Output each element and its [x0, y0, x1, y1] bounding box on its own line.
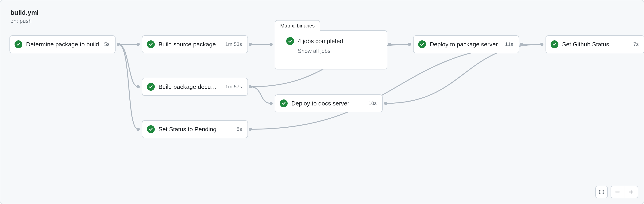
port-in — [136, 85, 140, 88]
success-check-icon — [286, 37, 294, 45]
job-duration: 11s — [505, 41, 513, 47]
minus-icon — [614, 189, 621, 195]
port-out — [249, 128, 252, 131]
job-label: Set Status to Pending — [158, 126, 232, 133]
job-set-pending[interactable]: Set Status to Pending 8s — [142, 120, 248, 138]
job-label: Build package docume... — [158, 83, 221, 90]
workflow-header: build.yml on: push — [10, 9, 39, 24]
matrix-show-all-link[interactable]: Show all jobs — [275, 47, 387, 61]
port-out — [384, 102, 387, 105]
job-duration: 8s — [237, 126, 242, 132]
success-check-icon — [147, 40, 155, 48]
job-deploy-docs[interactable]: Deploy to docs server 10s — [275, 94, 383, 112]
zoom-controls — [610, 186, 638, 198]
port-in — [270, 43, 273, 46]
success-check-icon — [550, 40, 558, 48]
job-duration: 1m 57s — [225, 84, 242, 90]
job-set-github-status[interactable]: Set Github Status 7s — [546, 35, 644, 53]
success-check-icon — [14, 40, 22, 48]
job-deploy-pkg-server[interactable]: Deploy to package server 11s — [413, 35, 519, 53]
port-in — [408, 43, 411, 46]
fullscreen-icon — [598, 189, 605, 195]
job-duration: 5s — [104, 41, 110, 47]
workflow-graph-canvas: build.yml on: push Deter — [0, 0, 644, 204]
port-out — [520, 43, 523, 46]
job-build-docs[interactable]: Build package docume... 1m 57s — [142, 78, 248, 96]
port-in — [136, 43, 140, 46]
job-label: Set Github Status — [562, 41, 629, 48]
job-matrix-binaries[interactable]: Matrix: binaries 4 jobs completed Show a… — [275, 30, 387, 70]
port-in — [540, 43, 544, 46]
matrix-tab-label: Matrix: binaries — [275, 20, 320, 32]
job-label: Build source package — [158, 41, 221, 48]
port-out — [249, 85, 252, 88]
zoom-in-button[interactable] — [624, 186, 638, 198]
success-check-icon — [418, 40, 426, 48]
port-out — [388, 43, 391, 46]
job-duration: 10s — [368, 100, 377, 106]
job-label: Determine package to build — [26, 41, 100, 48]
plus-icon — [628, 189, 634, 195]
job-label: Deploy to docs server — [291, 100, 364, 107]
workflow-title: build.yml — [10, 9, 39, 16]
success-check-icon — [280, 100, 288, 107]
port-in — [136, 128, 140, 131]
port-in — [270, 102, 273, 105]
port-out — [117, 43, 120, 46]
job-duration: 7s — [634, 41, 639, 47]
job-label: Deploy to package server — [430, 41, 501, 48]
success-check-icon — [147, 125, 155, 133]
workflow-trigger: on: push — [10, 18, 39, 24]
port-out — [249, 43, 252, 46]
success-check-icon — [147, 83, 155, 91]
job-duration: 1m 53s — [225, 41, 242, 47]
job-determine-package[interactable]: Determine package to build 5s — [10, 35, 116, 53]
fit-to-screen-button[interactable] — [595, 186, 608, 198]
job-build-source[interactable]: Build source package 1m 53s — [142, 35, 248, 53]
zoom-out-button[interactable] — [611, 186, 624, 198]
matrix-summary: 4 jobs completed — [298, 38, 343, 45]
graph-controls — [595, 186, 638, 198]
